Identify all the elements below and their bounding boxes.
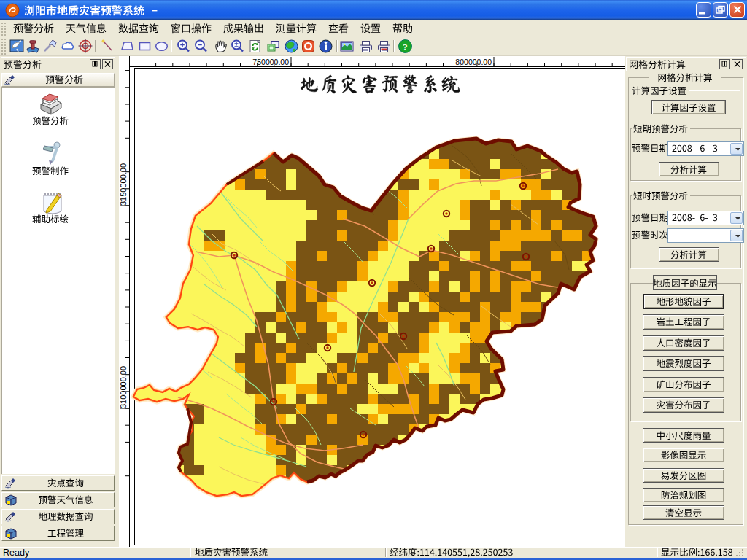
svg-text:3100000.00: 3100000.00 — [119, 366, 128, 408]
svg-text:750000.00: 750000.00 — [252, 58, 289, 66]
svg-text:3150000.00: 3150000.00 — [119, 163, 128, 206]
svg-text:800000.00: 800000.00 — [455, 58, 492, 66]
svg-text:?: ? — [403, 42, 408, 52]
